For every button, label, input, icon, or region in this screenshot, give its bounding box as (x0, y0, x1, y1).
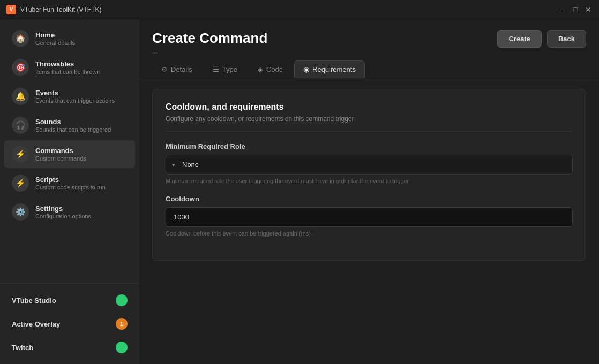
settings-icon: ⚙️ (12, 203, 29, 221)
role-hint: Minimum required role the user triggerin… (166, 178, 573, 184)
sidebar-item-settings-label: Settings (35, 204, 91, 213)
page-actions: Create Back (497, 30, 586, 48)
active-overlay-status: 1 (116, 318, 128, 330)
throwables-icon: 🎯 (12, 59, 29, 76)
back-button[interactable]: Back (547, 30, 586, 48)
sidebar-item-scripts-label: Scripts (35, 176, 106, 184)
role-select[interactable]: None Subscriber VIP Moderator Broadcaste… (166, 155, 573, 175)
twitch-label: Twitch (12, 344, 33, 352)
sidebar-item-sounds-sublabel: Sounds that can be triggered (35, 126, 111, 133)
create-button[interactable]: Create (497, 30, 541, 48)
sidebar-item-events-sublabel: Events that can trigger actions (35, 97, 115, 104)
code-tab-label: Code (266, 65, 283, 73)
app-layout: 🏠 Home General details 🎯 Throwables Item… (0, 19, 599, 364)
sidebar-item-events-label: Events (35, 89, 115, 97)
type-tab-icon: ☰ (213, 65, 219, 73)
details-tab-label: Details (171, 65, 192, 73)
sidebar-item-events-text: Events Events that can trigger actions (35, 89, 115, 104)
role-select-wrapper: ▾ None Subscriber VIP Moderator Broadcas… (166, 155, 573, 175)
vtube-studio-status (116, 294, 128, 306)
type-tab-label: Type (222, 65, 237, 73)
breadcrumb: ... (152, 48, 267, 55)
sidebar-item-settings-text: Settings Configuration options (35, 204, 91, 219)
sidebar-item-vtube-studio[interactable]: VTube Studio (4, 289, 135, 312)
main-content: Create Command ... Create Back ⚙ Details… (139, 19, 599, 364)
sidebar-item-scripts-sublabel: Custom code scripts to run (35, 184, 106, 191)
active-overlay-label: Active Overlay (12, 320, 60, 328)
sidebar-item-events[interactable]: 🔔 Events Events that can trigger actions (4, 82, 135, 110)
content-area: Cooldown, and requirements Configure any… (139, 78, 599, 364)
role-label: Minimum Required Role (166, 142, 573, 150)
sidebar: 🏠 Home General details 🎯 Throwables Item… (0, 19, 139, 364)
requirements-tab-icon: ◉ (303, 65, 309, 73)
sidebar-item-active-overlay[interactable]: Active Overlay 1 (4, 313, 135, 335)
cooldown-input[interactable] (166, 207, 573, 227)
sidebar-item-throwables[interactable]: 🎯 Throwables Items that can be thrown (4, 54, 135, 81)
cooldown-form-group: Cooldown Cooldown before this event can … (166, 195, 573, 237)
sidebar-item-sounds[interactable]: 🎧 Sounds Sounds that can be triggered (4, 111, 135, 139)
sidebar-item-sounds-text: Sounds Sounds that can be triggered (35, 118, 111, 133)
requirements-card: Cooldown, and requirements Configure any… (152, 89, 586, 261)
sidebar-item-home[interactable]: 🏠 Home General details (4, 25, 135, 52)
sidebar-item-sounds-label: Sounds (35, 118, 111, 126)
sidebar-item-throwables-sublabel: Items that can be thrown (35, 69, 100, 75)
sidebar-nav: 🏠 Home General details 🎯 Throwables Item… (0, 19, 139, 283)
sidebar-item-commands-label: Commands (35, 147, 86, 155)
tab-requirements[interactable]: ◉ Requirements (294, 60, 365, 78)
cooldown-hint: Cooldown before this event can be trigge… (166, 230, 573, 237)
tab-details[interactable]: ⚙ Details (152, 60, 201, 78)
title-bar-controls: − □ ✕ (558, 5, 593, 14)
commands-icon: ⚡ (12, 146, 29, 163)
close-button[interactable]: ✕ (584, 5, 593, 14)
home-icon: 🏠 (12, 30, 29, 47)
events-icon: 🔔 (12, 88, 29, 105)
app-logo: V (6, 5, 16, 14)
sidebar-item-settings-sublabel: Configuration options (35, 213, 91, 219)
sidebar-item-settings[interactable]: ⚙️ Settings Configuration options (4, 198, 135, 226)
sidebar-item-home-label: Home (35, 31, 75, 39)
scripts-icon: ⚡ (12, 175, 29, 192)
sidebar-item-commands-sublabel: Custom commands (35, 155, 86, 162)
sidebar-item-scripts-text: Scripts Custom code scripts to run (35, 176, 106, 191)
sidebar-item-home-sublabel: General details (35, 40, 75, 46)
sidebar-bottom: VTube Studio Active Overlay 1 Twitch (0, 283, 139, 364)
sounds-icon: 🎧 (12, 117, 29, 134)
sidebar-item-scripts[interactable]: ⚡ Scripts Custom code scripts to run (4, 169, 135, 197)
minimize-button[interactable]: − (558, 5, 567, 14)
sidebar-item-commands-text: Commands Custom commands (35, 147, 86, 162)
role-form-group: Minimum Required Role ▾ None Subscriber … (166, 142, 573, 184)
maximize-button[interactable]: □ (571, 5, 580, 14)
sidebar-item-home-text: Home General details (35, 31, 75, 46)
title-bar: V VTuber Fun ToolKit (VTFTK) − □ ✕ (0, 0, 599, 19)
code-tab-icon: ◈ (258, 65, 263, 73)
title-bar-left: V VTuber Fun ToolKit (VTFTK) (6, 5, 101, 14)
cooldown-label: Cooldown (166, 195, 573, 203)
page-title-area: Create Command ... (152, 30, 267, 55)
section-title: Cooldown, and requirements (166, 102, 573, 112)
details-tab-icon: ⚙ (161, 65, 168, 73)
requirements-tab-label: Requirements (312, 65, 356, 73)
tab-type[interactable]: ☰ Type (204, 60, 246, 78)
sidebar-item-commands[interactable]: ⚡ Commands Custom commands (4, 140, 135, 168)
page-header: Create Command ... Create Back (139, 19, 599, 60)
tab-code[interactable]: ◈ Code (249, 60, 292, 78)
app-title: VTuber Fun ToolKit (VTFTK) (20, 6, 101, 13)
twitch-status (116, 342, 128, 353)
sidebar-item-throwables-label: Throwables (35, 60, 100, 68)
page-title: Create Command (152, 30, 267, 47)
section-description: Configure any cooldown, or requirements … (166, 115, 573, 132)
sidebar-item-throwables-text: Throwables Items that can be thrown (35, 60, 100, 75)
sidebar-item-twitch[interactable]: Twitch (4, 336, 135, 359)
tabs-bar: ⚙ Details ☰ Type ◈ Code ◉ Requirements (139, 60, 599, 78)
vtube-studio-label: VTube Studio (12, 297, 56, 305)
